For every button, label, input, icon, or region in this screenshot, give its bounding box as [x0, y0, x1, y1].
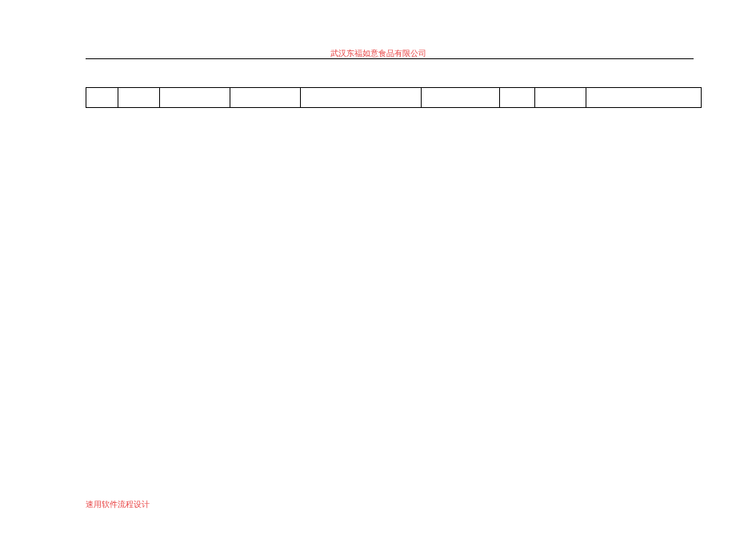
table-cell	[535, 88, 586, 108]
table-cell	[86, 88, 118, 108]
table-cell	[300, 88, 422, 108]
table-cell	[586, 88, 702, 108]
table-cell	[500, 88, 535, 108]
table-cell	[118, 88, 159, 108]
company-name: 武汉东福如意食品有限公司	[0, 48, 756, 59]
data-table	[86, 87, 702, 108]
table-cell	[159, 88, 230, 108]
table-cell	[422, 88, 500, 108]
footer-credit: 速用软件流程设计	[86, 499, 150, 510]
header-underline	[86, 58, 694, 59]
table-cell	[230, 88, 300, 108]
table-row	[86, 88, 702, 108]
